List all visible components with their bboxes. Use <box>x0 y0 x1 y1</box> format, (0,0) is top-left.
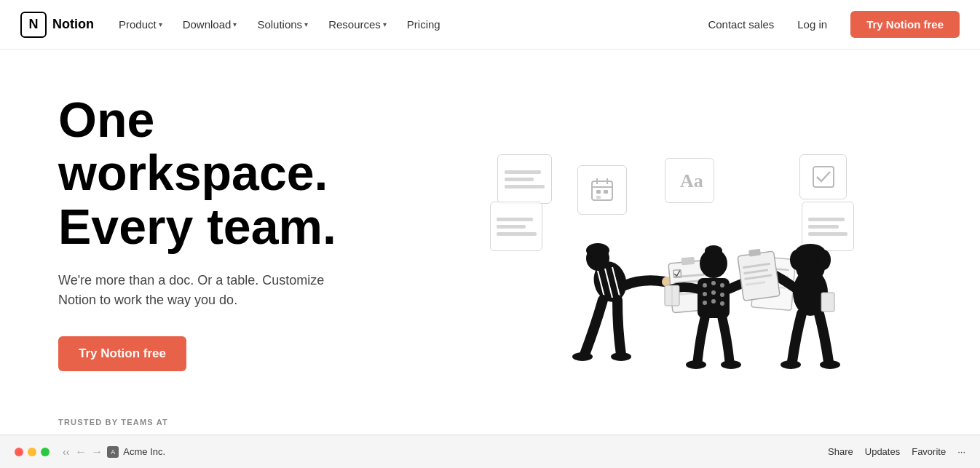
logo-char: N <box>29 17 39 32</box>
chevron-down-icon: ▾ <box>233 20 237 28</box>
try-notion-free-button[interactable]: Try Notion free <box>850 11 960 38</box>
page-indicator: A Acme Inc. <box>107 446 165 458</box>
trusted-label: TRUSTED BY TEAMS AT <box>58 418 437 427</box>
chevron-down-icon: ▾ <box>159 20 162 28</box>
svg-point-40 <box>686 360 706 369</box>
traffic-light-green[interactable] <box>41 448 50 456</box>
svg-point-30 <box>703 292 707 296</box>
svg-rect-20 <box>681 257 695 266</box>
navbar: N Notion Product ▾Download ▾Solutions ▾R… <box>0 0 980 49</box>
back-button[interactable]: ← <box>75 445 87 459</box>
bottom-bar: ‹‹ ← → A Acme Inc. ShareUpdatesFavorite·… <box>0 435 980 468</box>
nav-item-product[interactable]: Product ▾ <box>110 12 171 36</box>
svg-point-37 <box>705 245 722 257</box>
svg-point-27 <box>703 283 707 287</box>
login-button[interactable]: Log in <box>786 12 839 36</box>
svg-point-15 <box>586 243 609 258</box>
svg-rect-61 <box>821 293 834 312</box>
hero-subtitle: We're more than a doc. Or a table. Custo… <box>58 271 335 310</box>
bottom-action-[interactable]: ··· <box>957 446 965 457</box>
svg-point-52 <box>816 250 831 270</box>
logo-text: Notion <box>52 17 94 32</box>
svg-point-28 <box>711 281 716 285</box>
illustration-container: Aa <box>490 143 869 449</box>
svg-point-29 <box>720 283 724 287</box>
traffic-light-yellow[interactable] <box>28 448 36 456</box>
svg-point-32 <box>720 293 724 297</box>
svg-point-18 <box>611 352 631 361</box>
forward-button[interactable]: → <box>91 445 103 459</box>
nav-item-resources[interactable]: Resources ▾ <box>320 12 395 36</box>
navbar-right: Contact sales Log in Try Notion free <box>708 11 960 38</box>
traffic-light-red[interactable] <box>15 448 23 456</box>
bottom-left: ‹‹ ← → A Acme Inc. <box>15 445 165 459</box>
nav-item-solutions[interactable]: Solutions ▾ <box>248 12 317 36</box>
chevron-down-icon: ▾ <box>383 20 387 28</box>
hero-title: One workspace. Every team. <box>58 93 437 253</box>
page-favicon: A <box>107 446 119 458</box>
people-illustration <box>490 143 869 449</box>
svg-point-51 <box>790 250 805 270</box>
svg-point-60 <box>820 360 840 369</box>
logo-link[interactable]: N Notion <box>20 12 94 38</box>
navbar-left: N Notion Product ▾Download ▾Solutions ▾R… <box>20 12 449 38</box>
hero-illustration: Aa <box>437 143 922 449</box>
hero-left: One workspace. Every team. We're more th… <box>58 93 437 468</box>
bottom-controls: ‹‹ <box>63 446 69 458</box>
contact-sales-link[interactable]: Contact sales <box>708 18 774 31</box>
page-title: Acme Inc. <box>123 446 165 457</box>
svg-point-59 <box>781 360 801 369</box>
chevron-down-icon: ▾ <box>304 20 308 28</box>
svg-point-17 <box>572 352 593 361</box>
svg-point-35 <box>720 301 724 306</box>
logo-icon: N <box>20 12 47 38</box>
nav-item-pricing[interactable]: Pricing <box>398 12 449 36</box>
svg-point-33 <box>703 301 707 305</box>
svg-point-34 <box>711 299 716 304</box>
main-nav: Product ▾Download ▾Solutions ▾Resources … <box>110 12 449 36</box>
bottom-action-updates[interactable]: Updates <box>865 446 900 457</box>
svg-point-31 <box>711 290 716 295</box>
hero-cta-button[interactable]: Try Notion free <box>58 336 186 371</box>
sidebar-collapse-button[interactable]: ‹‹ <box>63 446 69 458</box>
svg-point-41 <box>721 360 741 369</box>
hero-section: One workspace. Every team. We're more th… <box>0 49 980 468</box>
person-left <box>572 243 672 361</box>
traffic-lights <box>15 448 50 456</box>
bottom-right: ShareUpdatesFavorite··· <box>828 446 965 457</box>
bottom-action-favorite[interactable]: Favorite <box>912 446 946 457</box>
nav-item-download[interactable]: Download ▾ <box>174 12 246 36</box>
bottom-nav: ← → A Acme Inc. <box>75 445 165 459</box>
bottom-action-share[interactable]: Share <box>828 446 853 457</box>
